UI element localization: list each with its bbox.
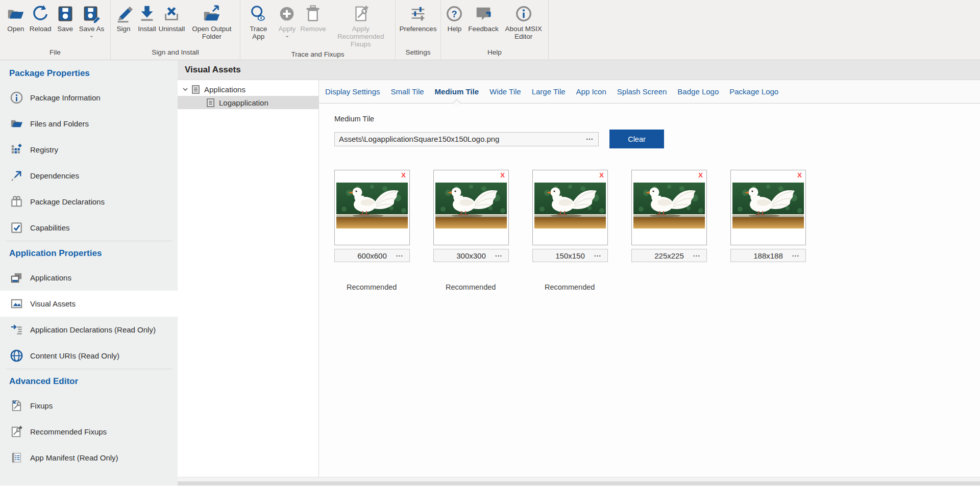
save-label: Save <box>57 25 73 33</box>
open-output-folder-icon <box>202 4 222 23</box>
feedback-button[interactable]: Feedback <box>467 3 499 33</box>
thumbnail-card: X <box>631 170 707 245</box>
tab-label: Medium Tile <box>435 87 479 96</box>
sidebar-item-fixups[interactable]: Fixups <box>0 393 178 419</box>
size-label: 188x188 <box>753 251 783 260</box>
dove-preview-image <box>435 183 507 228</box>
size-button-300[interactable]: 300x300 … <box>433 249 509 262</box>
sidebar-item-app-manifest[interactable]: App Manifest (Read Only) <box>0 445 178 471</box>
apply-button: Apply ⌄ <box>276 3 298 38</box>
sidebar-divider <box>5 369 173 369</box>
open-button[interactable]: Open <box>5 3 27 33</box>
install-button[interactable]: Install <box>136 3 158 33</box>
asset-path-input[interactable] <box>335 135 581 143</box>
tree-node-applications[interactable]: Applications <box>178 83 318 96</box>
dove-preview-image <box>732 183 804 228</box>
sidebar-item-application-declarations[interactable]: Application Declarations (Read Only) <box>0 317 178 343</box>
open-output-folder-button[interactable]: Open Output Folder <box>186 3 238 40</box>
sidebar-item-capabilities[interactable]: Capabilities <box>0 215 178 241</box>
feedback-icon <box>474 4 493 23</box>
tab-wide-tile[interactable]: Wide Tile <box>489 80 521 103</box>
more-options-icon[interactable]: … <box>792 249 799 258</box>
toolbar-group-label-help: Help <box>443 46 546 60</box>
tree-node-logapplication[interactable]: Logapplication <box>178 96 318 109</box>
tree-node-label: Logapplication <box>219 98 268 107</box>
recommended-label: Recommended <box>334 283 410 291</box>
asset-path-field: … <box>334 132 599 146</box>
thumbnail-column-225: X 225x225 … <box>631 170 707 291</box>
medium-tile-panel: Medium Tile … Clear X <box>319 104 980 477</box>
chevron-down-icon[interactable]: ⌄ <box>89 33 94 38</box>
sidebar-item-label: Package Information <box>30 93 101 102</box>
toolbar-group-label-sign-and-install: Sign and Install <box>113 46 238 60</box>
reload-button[interactable]: Reload <box>29 3 53 33</box>
tree-node-label: Applications <box>204 85 246 94</box>
more-options-icon[interactable]: … <box>693 249 700 258</box>
sidebar-item-recommended-fixups[interactable]: Recommended Fixups <box>0 419 178 445</box>
chevron-down-icon[interactable] <box>182 86 188 92</box>
browse-button[interactable]: … <box>581 134 598 141</box>
sidebar-item-dependencies[interactable]: Dependencies <box>0 163 178 189</box>
sidebar-item-package-information[interactable]: Package Information <box>0 85 178 111</box>
size-button-188[interactable]: 188x188 … <box>730 249 806 262</box>
more-options-icon[interactable]: … <box>495 249 502 258</box>
svg-text:?: ? <box>452 9 457 19</box>
sidebar-item-package-declarations[interactable]: Package Declarations <box>0 189 178 215</box>
ribbon-toolbar: Open Reload Save <box>0 0 980 60</box>
recommended-fixups-icon <box>351 4 371 23</box>
tab-medium-tile[interactable]: Medium Tile <box>435 80 479 103</box>
tab-small-tile[interactable]: Small Tile <box>391 80 424 103</box>
sidebar-item-label: Registry <box>30 145 58 154</box>
trace-app-button[interactable]: Trace App <box>242 3 274 40</box>
remove-asset-icon[interactable]: X <box>500 171 505 179</box>
tab-app-icon[interactable]: App Icon <box>576 80 606 103</box>
horizontal-scrollbar-thumb[interactable] <box>178 481 980 485</box>
sidebar-item-visual-assets[interactable]: Visual Assets <box>0 291 178 317</box>
sidebar-item-registry[interactable]: Registry <box>0 137 178 163</box>
toolbar-group-settings: Preferences Settings <box>396 0 441 60</box>
applications-tree: Applications Logapplication <box>178 80 319 477</box>
gift-box-icon <box>10 195 23 209</box>
help-label: Help <box>447 25 461 33</box>
tab-display-settings[interactable]: Display Settings <box>325 80 380 103</box>
open-folder-icon <box>6 4 26 23</box>
save-as-button[interactable]: Save As ⌄ <box>78 3 106 38</box>
image-icon <box>10 297 23 311</box>
trace-app-icon <box>249 4 268 23</box>
clear-button[interactable]: Clear <box>609 130 664 148</box>
more-options-icon[interactable]: … <box>594 249 601 258</box>
tab-splash-screen[interactable]: Splash Screen <box>617 80 667 103</box>
tab-badge-logo[interactable]: Badge Logo <box>677 80 719 103</box>
remove-asset-icon[interactable]: X <box>401 171 406 179</box>
size-button-150[interactable]: 150x150 … <box>532 249 608 262</box>
size-button-600[interactable]: 600x600 … <box>334 249 410 262</box>
sidebar-item-label: Capabilities <box>30 223 70 232</box>
size-label: 150x150 <box>555 251 585 260</box>
help-button[interactable]: ? Help <box>444 3 465 33</box>
tab-package-logo[interactable]: Package Logo <box>729 80 778 103</box>
size-button-225[interactable]: 225x225 … <box>631 249 707 262</box>
thumbnail-column-600: X 600x600 … Recommended <box>334 170 410 291</box>
tab-large-tile[interactable]: Large Tile <box>532 80 566 103</box>
apply-recommended-fixups-label: Apply Recommended Fixups <box>330 25 392 48</box>
sidebar-divider <box>5 241 173 241</box>
sidebar-item-files-and-folders[interactable]: Files and Folders <box>0 111 178 137</box>
sidebar-item-label: Application Declarations (Read Only) <box>30 325 156 334</box>
page-title: Visual Assets <box>178 60 980 80</box>
remove-asset-icon[interactable]: X <box>599 171 604 179</box>
horizontal-scrollbar[interactable] <box>178 477 980 485</box>
sidebar-item-applications[interactable]: Applications <box>0 265 178 291</box>
recommended-label: Recommended <box>433 283 509 291</box>
dove-preview-image <box>336 183 408 228</box>
info-circle-icon <box>10 91 23 105</box>
more-options-icon[interactable]: … <box>396 249 403 258</box>
uninstall-button[interactable]: Uninstall <box>160 3 184 33</box>
sidebar-item-content-uris[interactable]: Content URIs (Read Only) <box>0 343 178 369</box>
remove-asset-icon[interactable]: X <box>797 171 802 179</box>
remove-asset-icon[interactable]: X <box>698 171 703 179</box>
sign-button[interactable]: Sign <box>113 3 134 33</box>
install-label: Install <box>138 25 156 33</box>
save-button[interactable]: Save <box>55 3 76 33</box>
preferences-button[interactable]: Preferences <box>399 3 438 33</box>
about-msix-editor-button[interactable]: About MSIX Editor <box>502 3 546 40</box>
